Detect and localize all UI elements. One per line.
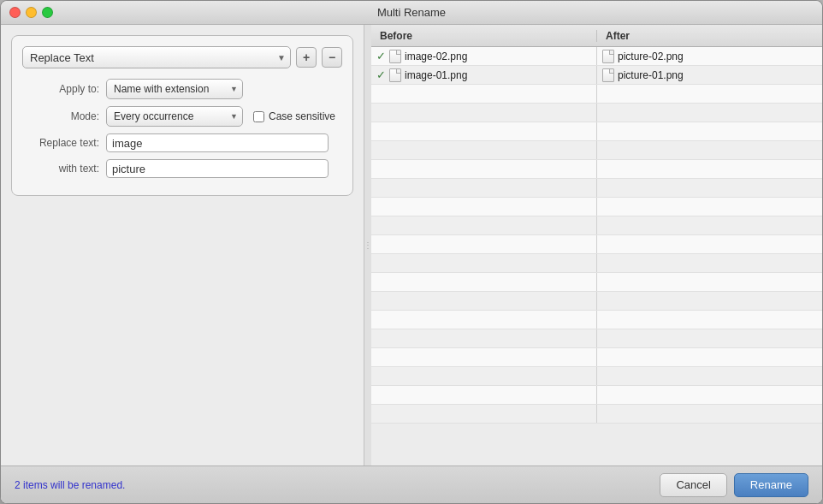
- cell-after: [597, 122, 822, 140]
- apply-to-select[interactable]: Name with extension: [106, 79, 243, 99]
- cell-before: [371, 104, 597, 122]
- table-row: ✓image-01.pngpicture-01.png: [371, 66, 822, 85]
- cell-before: [371, 122, 597, 140]
- cell-before: [371, 405, 597, 423]
- table-row: [371, 311, 822, 329]
- table-row: [371, 122, 822, 141]
- cell-before: [371, 273, 597, 291]
- cell-before: [371, 216, 597, 234]
- cell-after: picture-02.png: [597, 47, 822, 65]
- cancel-button[interactable]: Cancel: [660, 473, 726, 497]
- cell-before: [371, 198, 597, 216]
- button-group: Cancel Rename: [660, 473, 808, 497]
- file-icon: [389, 68, 401, 82]
- cell-before: [371, 179, 597, 197]
- bottom-bar: 2 items will be renamed. Cancel Rename: [1, 465, 822, 503]
- plugin-select[interactable]: Replace Text: [22, 46, 291, 68]
- close-button[interactable]: [9, 7, 21, 18]
- cell-after: [597, 160, 822, 178]
- window: Multi Rename Replace Text ▼ + −: [0, 0, 823, 504]
- cell-after: [597, 254, 822, 272]
- table-body: ✓image-02.pngpicture-02.png✓image-01.png…: [371, 47, 822, 424]
- with-text-input[interactable]: [106, 159, 329, 178]
- table-row: [371, 198, 822, 216]
- file-icon: [602, 50, 614, 63]
- file-table: Before After ✓image-02.pngpicture-02.png…: [371, 25, 822, 465]
- right-panel: Before After ✓image-02.pngpicture-02.png…: [371, 25, 822, 465]
- table-row: [371, 216, 822, 235]
- apply-to-label: Apply to:: [22, 83, 99, 95]
- mode-select[interactable]: Every occurrence: [106, 106, 243, 127]
- cell-before: [371, 141, 597, 159]
- add-plugin-button[interactable]: +: [296, 47, 317, 68]
- window-title: Multi Rename: [377, 6, 446, 19]
- traffic-lights: [9, 7, 53, 18]
- table-row: [371, 367, 822, 386]
- cell-before: [371, 85, 597, 103]
- before-filename: image-01.png: [405, 69, 467, 81]
- maximize-button[interactable]: [42, 7, 53, 18]
- panel-divider[interactable]: ⋮: [364, 25, 371, 465]
- cell-after: [597, 179, 822, 197]
- cell-before: [371, 311, 597, 329]
- table-row: [371, 348, 822, 367]
- cell-after: [597, 216, 822, 234]
- after-filename: picture-02.png: [618, 50, 684, 62]
- check-icon: ✓: [376, 50, 386, 62]
- cell-after: [597, 141, 822, 159]
- table-row: [371, 179, 822, 198]
- cell-before: [371, 254, 597, 272]
- cell-after: [597, 405, 822, 423]
- remove-plugin-button[interactable]: −: [322, 47, 342, 68]
- cell-after: [597, 104, 822, 122]
- before-column-header: Before: [371, 30, 597, 42]
- table-row: [371, 273, 822, 292]
- table-row: [371, 235, 822, 254]
- replace-text-row: Replace text:: [22, 133, 342, 152]
- apply-to-row: Apply to: Name with extension ▼: [22, 79, 342, 99]
- case-sensitive-checkbox[interactable]: [253, 111, 264, 122]
- plugin-header: Replace Text ▼ + −: [22, 46, 342, 68]
- after-column-header: After: [597, 30, 822, 42]
- after-filename: picture-01.png: [618, 69, 684, 81]
- cell-after: [597, 235, 822, 253]
- replace-text-input[interactable]: [106, 133, 329, 152]
- cell-after: [597, 329, 822, 347]
- case-sensitive-text: Case sensitive: [269, 110, 335, 122]
- table-row: [371, 254, 822, 273]
- table-header: Before After: [371, 25, 822, 47]
- case-sensitive-checkbox-label[interactable]: Case sensitive: [253, 110, 335, 122]
- cell-before: [371, 348, 597, 366]
- cell-before: [371, 386, 597, 404]
- table-row: ✓image-02.pngpicture-02.png: [371, 47, 822, 66]
- table-row: [371, 292, 822, 311]
- mode-label: Mode:: [22, 110, 99, 122]
- table-row: [371, 329, 822, 348]
- with-text-row: with text:: [22, 159, 342, 178]
- with-text-label: with text:: [22, 163, 99, 175]
- before-filename: image-02.png: [405, 50, 467, 62]
- cell-after: [597, 348, 822, 366]
- cell-before: [371, 160, 597, 178]
- cell-after: [597, 85, 822, 103]
- check-icon: ✓: [376, 68, 386, 81]
- main-content: Replace Text ▼ + − Apply to: Name with e…: [1, 25, 822, 465]
- plugin-select-wrapper: Replace Text ▼: [22, 46, 291, 68]
- cell-after: [597, 386, 822, 404]
- replace-text-label: Replace text:: [22, 137, 99, 149]
- apply-to-dropdown-wrapper: Name with extension ▼: [106, 79, 243, 99]
- cell-after: [597, 367, 822, 385]
- rename-button[interactable]: Rename: [734, 473, 808, 497]
- table-row: [371, 104, 822, 122]
- cell-before: [371, 329, 597, 347]
- cell-before: ✓image-02.png: [371, 47, 597, 65]
- cell-before: [371, 292, 597, 310]
- minimize-button[interactable]: [26, 7, 37, 18]
- mode-dropdown-wrapper: Every occurrence ▼: [106, 106, 243, 127]
- table-row: [371, 141, 822, 160]
- cell-before: [371, 235, 597, 253]
- table-row: [371, 405, 822, 424]
- mode-row: Mode: Every occurrence ▼ Case sensitive: [22, 106, 342, 127]
- cell-after: [597, 311, 822, 329]
- cell-after: [597, 292, 822, 310]
